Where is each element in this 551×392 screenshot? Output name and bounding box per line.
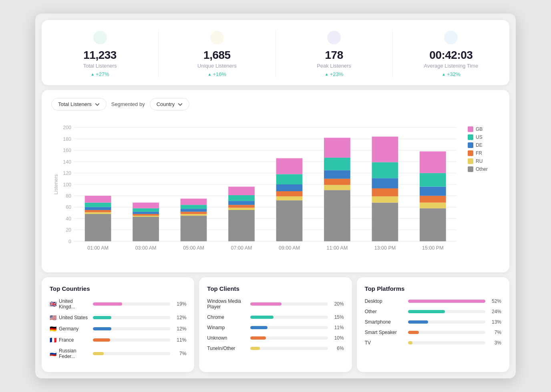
- unique-listeners-label: Unique Listeners: [197, 63, 237, 69]
- svg-rect-40: [133, 214, 159, 216]
- svg-rect-78: [372, 137, 398, 162]
- bar-label-text: TuneIn/Other: [207, 346, 235, 351]
- svg-rect-64: [276, 158, 303, 174]
- bar-track: [93, 302, 170, 306]
- svg-text:07:00 AM: 07:00 AM: [231, 245, 252, 251]
- svg-rect-56: [228, 195, 255, 201]
- top-platforms-card: Top Platforms Desktop 52% Other 24% Sma: [357, 277, 509, 372]
- bar-label-text: United Kingd...: [59, 298, 90, 310]
- bar-fill: [93, 327, 111, 330]
- svg-rect-82: [420, 196, 446, 203]
- bar-track: [250, 302, 328, 306]
- stat-item-peak-listeners: ⛰ 178 Peak Listeners +23%: [276, 30, 393, 77]
- chevron-down-icon: [95, 102, 100, 107]
- peak-listeners-change: +23%: [325, 71, 344, 77]
- svg-rect-33: [85, 210, 111, 212]
- legend-item-de: DE: [468, 142, 500, 148]
- segmented-by-label: Segmented by: [111, 101, 145, 107]
- flag-icon: 🇩🇪: [50, 326, 56, 332]
- svg-rect-66: [324, 190, 350, 242]
- bar-track: [250, 336, 328, 340]
- chevron-down-icon2: [178, 102, 183, 107]
- svg-rect-46: [181, 214, 207, 216]
- bar-pct: 7%: [173, 351, 186, 356]
- bar-row: Unknown 10%: [207, 335, 344, 341]
- bar-fill: [408, 341, 413, 344]
- legend-dot-ru: [468, 158, 473, 164]
- peak-listeners-label: Peak Listeners: [317, 63, 351, 69]
- bar-pct: 12%: [173, 326, 186, 332]
- svg-rect-80: [420, 208, 446, 241]
- bar-pct: 15%: [331, 314, 344, 320]
- bar-label: Windows Media Player: [207, 298, 247, 310]
- svg-text:0: 0: [68, 239, 71, 244]
- svg-rect-83: [420, 187, 446, 196]
- legend-label-us: US: [476, 134, 483, 140]
- svg-text:140: 140: [63, 159, 71, 165]
- bar-fill: [93, 338, 110, 342]
- bar-track: [408, 310, 485, 313]
- bar-label: Chrome: [207, 314, 247, 320]
- svg-text:Listeners: Listeners: [53, 174, 59, 195]
- bar-row: Windows Media Player 20%: [207, 298, 344, 310]
- bar-pct: 7%: [489, 330, 501, 335]
- bar-fill: [250, 336, 266, 340]
- bar-row: Chrome 15%: [207, 314, 344, 320]
- svg-rect-67: [324, 185, 350, 190]
- bar-pct: 19%: [173, 301, 186, 307]
- bar-label-text: Windows Media Player: [207, 298, 247, 310]
- bar-fill: [93, 302, 122, 306]
- svg-rect-81: [420, 203, 446, 208]
- bar-label: Smart Speaker: [365, 330, 405, 335]
- flag-icon: 🇺🇸: [50, 314, 56, 321]
- top-countries-title: Top Countries: [50, 285, 186, 292]
- svg-rect-42: [133, 208, 159, 212]
- bar-label: 🇩🇪 Germany: [50, 326, 90, 332]
- svg-rect-54: [228, 205, 255, 208]
- svg-rect-55: [228, 201, 255, 205]
- bar-label-text: Unknown: [207, 335, 227, 341]
- stat-item-total-listeners: 🎧 11,233 Total Listeners +27%: [42, 30, 159, 77]
- peak-listeners-value: 178: [325, 49, 343, 62]
- svg-rect-85: [420, 152, 446, 173]
- legend-dot-fr: [468, 150, 473, 156]
- svg-text:80: 80: [66, 193, 71, 199]
- bar-fill: [250, 326, 267, 329]
- unique-listeners-value: 1,685: [203, 49, 231, 62]
- bar-track: [408, 331, 485, 334]
- svg-text:100: 100: [63, 182, 71, 188]
- bar-label-text: Germany: [59, 326, 78, 332]
- svg-rect-73: [372, 203, 398, 242]
- svg-text:40: 40: [66, 216, 71, 222]
- bar-row: 🇺🇸 United States 12%: [50, 314, 186, 321]
- avg-listening-time-value: 00:42:03: [429, 49, 473, 62]
- total-listeners-change: +27%: [90, 71, 109, 77]
- legend-dot-other: [468, 166, 473, 172]
- bar-fill: [408, 320, 428, 324]
- bar-fill: [250, 316, 273, 319]
- bar-label-text: Chrome: [207, 314, 224, 320]
- segment-dropdown[interactable]: Country: [150, 98, 190, 110]
- svg-rect-68: [324, 179, 350, 185]
- avg-listening-time-icon: 🕐: [443, 30, 459, 46]
- legend-dot-us: [468, 134, 473, 140]
- flag-icon: 🇫🇷: [50, 337, 56, 343]
- bar-pct: 10%: [331, 335, 344, 341]
- svg-text:160: 160: [63, 148, 71, 154]
- svg-rect-61: [276, 191, 303, 196]
- svg-text:01:00 AM: 01:00 AM: [87, 245, 109, 251]
- peak-listeners-icon: ⛰: [326, 30, 342, 46]
- bar-label-text: Smart Speaker: [365, 330, 397, 335]
- bar-track: [408, 341, 485, 344]
- svg-text:03:00 AM: 03:00 AM: [135, 245, 157, 251]
- svg-rect-36: [85, 196, 111, 203]
- bar-track: [250, 326, 328, 329]
- bar-label-text: United States: [59, 315, 88, 320]
- unique-listeners-icon: ☝: [209, 30, 225, 46]
- metric-dropdown[interactable]: Total Listeners: [51, 98, 107, 110]
- bar-label-text: Russian Feder...: [59, 348, 90, 359]
- bar-label: Other: [365, 309, 405, 314]
- chart-area: 200180160140120100806040200Listeners01:0…: [51, 118, 500, 266]
- bar-label: TV: [365, 340, 405, 346]
- top-countries-card: Top Countries 🇬🇧 United Kingd... 19% 🇺🇸 …: [42, 277, 194, 372]
